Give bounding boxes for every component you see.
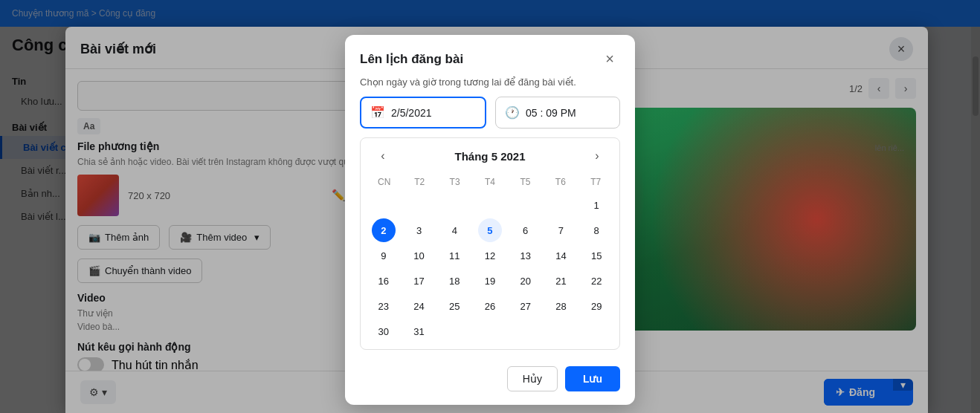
cal-day-empty [549,193,573,217]
weekday-label: T2 [402,174,436,190]
weekday-label: T5 [508,174,543,190]
cal-day[interactable]: 1 [584,193,608,217]
cal-next-button[interactable]: › [587,146,607,166]
time-input[interactable]: 🕐 05 : 09 PM [495,97,620,129]
cal-month-year: Tháng 5 2021 [454,150,525,163]
schedule-modal-title: Lên lịch đăng bài [360,51,463,67]
cal-day[interactable]: 30 [372,319,396,343]
cal-day-empty [442,193,466,217]
cal-day[interactable]: 3 [407,218,431,242]
calendar: ‹ Tháng 5 2021 › CNT2T3T4T5T6T7 12345678… [360,137,620,350]
cal-day[interactable]: 28 [549,294,573,318]
cal-day[interactable]: 26 [478,294,502,318]
cal-day-empty [549,319,573,343]
cal-day[interactable]: 31 [407,319,431,343]
cal-day[interactable]: 23 [372,294,396,318]
date-input[interactable]: 📅 2/5/2021 [360,97,486,129]
schedule-overlay: Lên lịch đăng bài × Chọn ngày và giờ tro… [0,27,980,413]
cal-day-empty [407,193,431,217]
cal-day-empty [584,319,608,343]
cal-day[interactable]: 9 [372,244,396,267]
cal-day[interactable]: 10 [407,244,431,267]
cal-day[interactable]: 13 [514,244,538,267]
cal-day[interactable]: 19 [478,269,502,293]
weekday-label: T3 [437,174,472,190]
cal-day-empty [372,193,396,217]
cal-day-empty [442,319,466,343]
cal-day[interactable]: 29 [584,294,608,318]
weekday-label: T7 [578,174,613,190]
schedule-desc: Chọn ngày và giờ trong tương lai để đăng… [345,77,635,97]
cal-day[interactable]: 22 [584,269,608,293]
cal-day[interactable]: 15 [584,244,608,267]
cal-day-empty [478,193,502,217]
cal-day[interactable]: 17 [407,269,431,293]
cal-day-empty [478,319,502,343]
cal-day-empty [514,193,538,217]
cal-day[interactable]: 24 [407,294,431,318]
cal-day[interactable]: 11 [442,244,466,267]
schedule-modal-close[interactable]: × [599,48,620,69]
weekday-label: T4 [472,174,507,190]
cal-day[interactable]: 20 [514,269,538,293]
clock-icon: 🕐 [505,105,520,120]
cal-day[interactable]: 27 [514,294,538,318]
cal-day[interactable]: 6 [514,218,538,242]
cal-day[interactable]: 12 [478,244,502,267]
cal-prev-button[interactable]: ‹ [373,146,393,166]
cancel-schedule-button[interactable]: Hủy [507,366,558,391]
save-schedule-button[interactable]: Lưu [565,366,620,391]
weekday-label: CN [367,174,402,190]
weekday-label: T6 [543,174,578,190]
cal-day[interactable]: 5 [478,218,502,242]
schedule-modal: Lên lịch đăng bài × Chọn ngày và giờ tro… [345,35,635,405]
cal-day[interactable]: 21 [549,269,573,293]
cal-day-empty [514,319,538,343]
cal-day[interactable]: 2 [372,218,396,242]
cal-day[interactable]: 25 [442,294,466,318]
calendar-icon: 📅 [370,105,385,120]
cal-day[interactable]: 16 [372,269,396,293]
cal-day[interactable]: 18 [442,269,466,293]
time-value: 05 : 09 PM [526,107,576,119]
cal-day[interactable]: 14 [549,244,573,267]
cal-day[interactable]: 4 [442,218,466,242]
cal-day[interactable]: 7 [549,218,573,242]
date-value: 2/5/2021 [391,107,432,119]
cal-day[interactable]: 8 [584,218,608,242]
